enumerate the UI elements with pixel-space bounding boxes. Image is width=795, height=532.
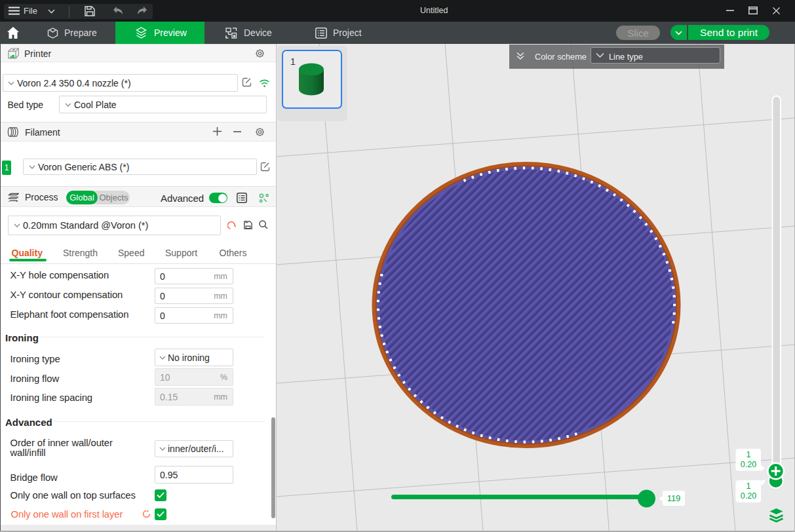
svg-text:119: 119 <box>667 493 681 503</box>
svg-text:0.20: 0.20 <box>741 491 756 501</box>
svg-text:0.20: 0.20 <box>741 460 756 469</box>
svg-text:1: 1 <box>747 482 751 491</box>
svg-text:1: 1 <box>747 450 751 459</box>
